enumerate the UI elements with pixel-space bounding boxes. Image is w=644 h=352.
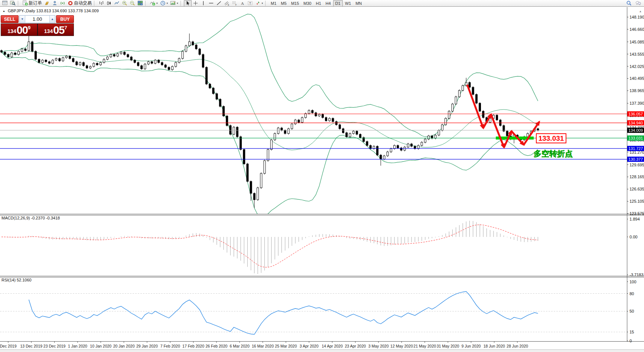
tf-m1-button[interactable]: M1	[269, 0, 279, 7]
candle-body	[274, 134, 276, 140]
price-tick-label: 138.965	[630, 88, 644, 93]
date-label: 3 Apr 2020	[300, 344, 319, 348]
candle-body	[264, 161, 266, 173]
buy-price[interactable]: 134057	[38, 24, 74, 36]
tf-m30-button[interactable]: M30	[301, 0, 313, 7]
candle-body	[356, 131, 358, 134]
candle-body	[380, 155, 382, 159]
tf-mn-button-label: MN	[354, 1, 363, 6]
scroll-to-end-marker[interactable]: ▴	[640, 9, 641, 13]
candle-body	[417, 146, 419, 149]
autotrading-button[interactable]: 自动交易	[66, 0, 93, 7]
tf-mn-button[interactable]: MN	[353, 0, 364, 7]
candle-body	[448, 111, 450, 118]
rsi-tick-label: 100	[630, 280, 636, 284]
signal-icon[interactable]	[59, 0, 66, 7]
toolbar-separator	[265, 1, 267, 6]
candlestick-chart-icon[interactable]	[105, 0, 113, 7]
candle-body	[438, 130, 440, 135]
price-tick-label: 125.105	[630, 199, 644, 203]
tf-m15-button[interactable]: M15	[289, 0, 301, 7]
candle-body	[199, 49, 201, 55]
price-tick-label: 146.660	[630, 27, 644, 32]
candle-body	[55, 59, 57, 60]
tf-d1-button[interactable]: D1	[333, 0, 343, 7]
community-icon	[52, 0, 58, 6]
candle-body	[332, 118, 334, 122]
template-search-icon[interactable]	[9, 0, 17, 7]
sell-price[interactable]: 134009	[1, 24, 37, 36]
clock-icon[interactable]: ▾	[159, 0, 169, 7]
note-text[interactable]: 多空转折点	[534, 149, 573, 158]
candle-body	[339, 125, 341, 129]
candle-body	[130, 57, 132, 60]
candle-body	[441, 125, 443, 130]
candle-body	[257, 188, 259, 200]
text-label-icon: T	[247, 0, 253, 6]
volume-decrease-button[interactable]: ▼	[20, 16, 25, 23]
tf-h1-button[interactable]: H1	[313, 0, 323, 7]
arrows-icon[interactable]: ▾	[254, 0, 264, 7]
add-indicator-icon[interactable]: ▾	[149, 0, 159, 7]
tile-windows-icon[interactable]	[136, 0, 144, 7]
tf-h1-button-label: H1	[315, 1, 322, 6]
new-order-button[interactable]: 新订单	[21, 0, 43, 7]
crosshair-icon[interactable]	[192, 0, 199, 7]
candlestick-chart-icon	[106, 0, 112, 6]
search-icon[interactable]	[625, 0, 633, 7]
cursor-icon[interactable]	[184, 0, 192, 7]
community-icon[interactable]	[51, 0, 59, 7]
candle-body	[435, 135, 436, 138]
candle-body	[318, 114, 320, 116]
tf-w1-button[interactable]: W1	[343, 0, 354, 7]
candle-body	[206, 67, 208, 84]
date-label: 20 Jan 2020	[113, 344, 135, 348]
candle-body	[185, 46, 187, 51]
date-label: 1 Jan 2020	[68, 344, 87, 348]
candle-body	[270, 140, 272, 150]
gold-icon	[44, 0, 50, 6]
date-label: 12 May 2020	[390, 344, 413, 348]
cursor-icon	[185, 0, 191, 6]
candle-body	[506, 131, 508, 136]
toolbar: 新订单自动交易▾▾▾EFAT▾M1M5M15M30H1H4D1W1MN	[0, 0, 644, 7]
trendline-icon[interactable]	[215, 0, 223, 7]
text-label-icon[interactable]: T	[246, 0, 254, 7]
chevron-down-icon: ▾	[262, 2, 263, 5]
volume-increase-button[interactable]: ▲	[49, 16, 55, 23]
arrows-icon	[255, 0, 261, 6]
candle-body	[192, 42, 194, 45]
fibonacci-icon[interactable]: F	[231, 0, 238, 7]
tf-h4-button[interactable]: H4	[323, 0, 333, 7]
tf-m5-button[interactable]: M5	[279, 0, 289, 7]
text-icon[interactable]: A	[238, 0, 246, 7]
symbol-marker-icon: ▲	[3, 10, 5, 12]
date-label: 23 Dec 2019	[43, 344, 66, 348]
data-window-icon[interactable]	[1, 0, 9, 7]
tf-d1-button-label: D1	[334, 1, 342, 6]
candle-body	[21, 49, 23, 51]
vertical-line-icon[interactable]	[199, 0, 207, 7]
candle-body	[14, 53, 16, 55]
candle-body	[151, 62, 153, 63]
chevron-down-icon: ▾	[156, 2, 158, 5]
buy-button[interactable]: BUY	[56, 15, 74, 23]
chat-icon[interactable]	[634, 0, 642, 7]
macd-tick-label: 0.00	[630, 235, 637, 239]
price-badge-text: 131.727	[628, 146, 643, 151]
chart-area[interactable]: 133.031多空转折点▴148.190146.660145.085143.55…	[0, 0, 644, 352]
volume-input[interactable]	[25, 16, 49, 23]
chart-title: ▲ GBPJPY-,Daily 133.813 134.690 133.778 …	[3, 9, 99, 13]
chart-template-icon[interactable]: ▾	[169, 0, 179, 7]
horizontal-line-icon[interactable]	[207, 0, 215, 7]
candle-body	[366, 141, 368, 146]
candle-body	[134, 60, 136, 62]
gold-icon[interactable]	[43, 0, 51, 7]
sell-button[interactable]: SELL	[1, 15, 19, 23]
equidistant-channel-icon[interactable]: E	[223, 0, 231, 7]
candle-body	[182, 51, 183, 58]
line-chart-icon[interactable]	[113, 0, 121, 7]
zoom-in-icon[interactable]	[121, 0, 129, 7]
bar-chart-icon[interactable]	[97, 0, 105, 7]
zoom-out-icon[interactable]	[129, 0, 136, 7]
